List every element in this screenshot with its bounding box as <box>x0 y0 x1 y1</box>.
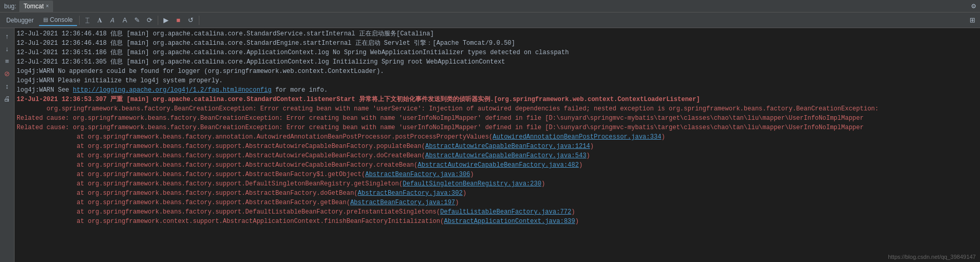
debug-label: bug: <box>4 3 16 10</box>
tab-bar: bug: Tomcat × ⚙ <box>0 0 980 13</box>
console-line: at org.springframework.beans.factory.sup… <box>17 160 978 170</box>
settings-icon[interactable]: ⚙ <box>972 2 976 10</box>
separator-1 <box>79 16 80 25</box>
stack-link[interactable]: AbstractApplicationContext.java:839 <box>444 218 575 225</box>
sidebar: ↑ ↓ ≡ ⊘ ↕ 🖨 <box>0 28 15 262</box>
separator-3 <box>199 16 199 25</box>
print-button[interactable]: 🖨 <box>2 93 13 104</box>
stack-link[interactable]: AbstractAutowireCapableBeanFactory.java:… <box>418 161 579 169</box>
stack-link[interactable]: AbstractBeanFactory.java:197 <box>350 199 455 206</box>
console-line: at org.springframework.beans.factory.sup… <box>17 170 978 179</box>
console-area[interactable]: 12-Jul-2021 12:36:46.418 信息 [main] org.a… <box>15 28 980 262</box>
stack-link[interactable]: DefaultSingletonBeanRegistry.java:230 <box>403 180 541 188</box>
main-area: ↑ ↓ ≡ ⊘ ↕ 🖨 12-Jul-2021 12:36:46.418 信息 … <box>0 28 980 262</box>
format-btn-6[interactable]: ⟳ <box>144 15 156 26</box>
console-line: 12-Jul-2021 12:36:46.418 信息 [main] org.a… <box>17 39 978 48</box>
stack-link[interactable]: AutowiredAnnotationBeanPostProcessor.jav… <box>493 133 661 141</box>
console-label: Console <box>50 16 73 23</box>
console-line: log4j:WARN See http://logging.apache.org… <box>17 85 978 95</box>
tomcat-tab[interactable]: Tomcat × <box>19 1 53 12</box>
tab-label: Tomcat <box>23 3 44 10</box>
format-btn-5[interactable]: ✎ <box>132 15 143 26</box>
console-line: at org.springframework.beans.factory.sup… <box>17 142 978 151</box>
console-line: Related cause: org.springframework.beans… <box>17 114 978 123</box>
console-line: at org.springframework.beans.factory.ann… <box>17 132 978 142</box>
console-line: at org.springframework.beans.factory.sup… <box>17 189 978 198</box>
grid-button[interactable]: ⊞ <box>966 15 978 26</box>
toolbar: Debugger ▤ Console ⌶ 𝐀 𝘈 A ✎ ⟳ ▶ ■ ↺ ⊞ <box>0 13 980 28</box>
format-btn-2[interactable]: 𝐀 <box>94 15 106 26</box>
stack-link[interactable]: AbstractAutowireCapableBeanFactory.java:… <box>425 152 587 159</box>
console-line: 12-Jul-2021 12:36:51.305 信息 [main] org.a… <box>17 57 978 67</box>
console-line: at org.springframework.beans.factory.sup… <box>17 151 978 160</box>
tab-debugger[interactable]: Debugger <box>2 15 38 26</box>
scroll-up-button[interactable]: ↑ <box>2 30 13 42</box>
filter-button[interactable]: ≡ <box>2 55 13 67</box>
console-line: log4j:WARN Please initialize the log4j s… <box>17 76 978 85</box>
format-btn-3[interactable]: 𝘈 <box>107 15 118 26</box>
log4j-link[interactable]: http://logging.apache.org/log4j/1.2/faq.… <box>73 86 272 94</box>
scroll-down-button[interactable]: ↓ <box>2 43 13 54</box>
console-line: at org.springframework.context.support.A… <box>17 217 978 226</box>
stack-link[interactable]: DefaultListableBeanFactory.java:772 <box>440 208 571 216</box>
stack-link[interactable]: AbstractBeanFactory.java:302 <box>358 190 463 197</box>
console-icon: ▤ <box>43 17 48 22</box>
rerun-button[interactable]: ↺ <box>185 15 197 26</box>
console-line: Related cause: org.springframework.beans… <box>17 123 978 132</box>
console-line: org.springframework.beans.factory.BeanCr… <box>17 104 978 114</box>
stack-link[interactable]: AbstractAutowireCapableBeanFactory.java:… <box>425 143 590 150</box>
separator-2 <box>158 16 158 25</box>
format-btn-1[interactable]: ⌶ <box>82 15 93 26</box>
console-line: log4j:WARN No appenders could be found f… <box>17 67 978 76</box>
tab-console[interactable]: ▤ Console <box>39 15 77 26</box>
console-line: at org.springframework.beans.factory.sup… <box>17 207 978 217</box>
run-button[interactable]: ▶ <box>160 15 172 26</box>
console-line: 12-Jul-2021 12:36:46.418 信息 [main] org.a… <box>17 29 978 39</box>
tab-close-icon[interactable]: × <box>46 3 49 9</box>
format-btn-4[interactable]: A <box>119 15 131 26</box>
clear-button[interactable]: ⊘ <box>2 68 13 79</box>
stack-link[interactable]: AbstractBeanFactory.java:306 <box>365 171 470 178</box>
stop-button[interactable]: ■ <box>173 15 184 26</box>
console-line: 12-Jul-2021 12:36:51.186 信息 [main] org.a… <box>17 48 978 57</box>
console-line: at org.springframework.beans.factory.sup… <box>17 198 978 207</box>
console-line: 12-Jul-2021 12:36:53.307 严重 [main] org.a… <box>17 95 978 104</box>
console-line: at org.springframework.beans.factory.sup… <box>17 179 978 189</box>
watermark: https://blog.csdn.net/qq_39849147 <box>888 254 976 260</box>
console-output: 12-Jul-2021 12:36:46.418 信息 [main] org.a… <box>17 29 978 226</box>
autoscroll-button[interactable]: ↕ <box>2 80 13 92</box>
